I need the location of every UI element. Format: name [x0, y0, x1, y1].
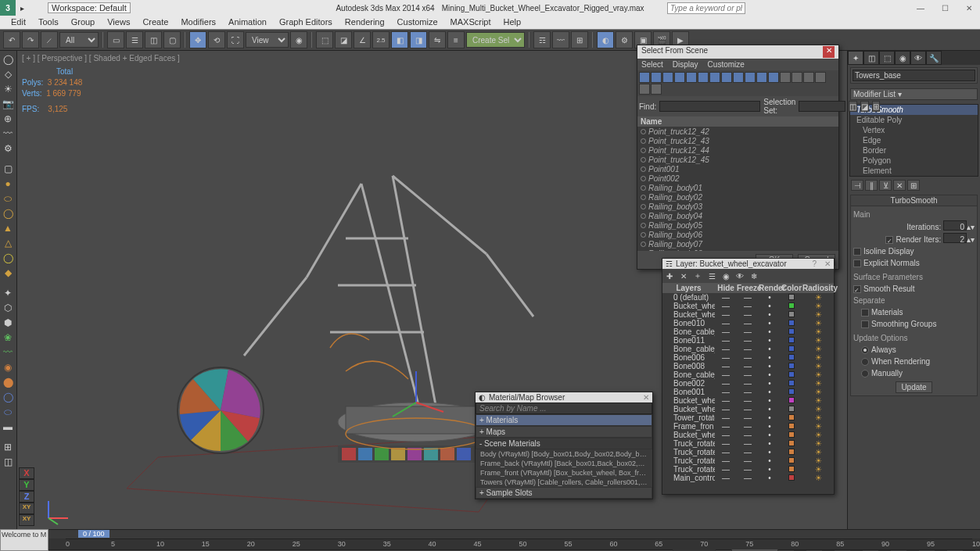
- update-button[interactable]: Update: [896, 381, 932, 393]
- layer-row[interactable]: Bone_cable_bacl——•☀: [662, 370, 834, 379]
- spinner-snap-icon[interactable]: ◧: [391, 31, 408, 48]
- update-always-radio[interactable]: [861, 346, 869, 354]
- tab-utilities-icon[interactable]: 🔧: [926, 51, 942, 65]
- axis-x-button[interactable]: X: [19, 467, 34, 479]
- mmb-sample-cat[interactable]: + Sample Slots: [476, 487, 652, 499]
- layer-row[interactable]: Bone008——•☀: [662, 362, 834, 370]
- geometry-icon[interactable]: ◯: [0, 52, 16, 66]
- axis-constraint-buttons[interactable]: X Y Z XY XY: [19, 467, 34, 526]
- layer-manager-icon[interactable]: ☶: [533, 31, 551, 48]
- layer-row[interactable]: Bucket_whe…at——•☀: [662, 431, 834, 439]
- layer-hl-icon[interactable]: ◉: [720, 270, 731, 281]
- tab-motion-icon[interactable]: ◉: [895, 51, 910, 65]
- helpers-icon[interactable]: ⊕: [0, 112, 16, 126]
- teapot-icon[interactable]: ▲: [0, 221, 16, 235]
- remove-mod-icon[interactable]: ✕: [893, 180, 906, 191]
- sfs-menu-customize[interactable]: Customize: [708, 60, 745, 69]
- iterations-spinner[interactable]: 0: [943, 220, 967, 231]
- help-search-input[interactable]: [667, 2, 745, 14]
- cylinder-icon[interactable]: ⬭: [0, 191, 16, 206]
- modifier-list-dropdown[interactable]: Modifier List ▾: [851, 89, 977, 99]
- select-icon[interactable]: ▭: [107, 31, 124, 48]
- layer-row[interactable]: Tower_rotate_c——•☀: [662, 413, 834, 422]
- modifier-stack[interactable]: TurboSmooth Editable Poly Vertex Edge Bo…: [849, 104, 978, 177]
- layer-row[interactable]: 0 (default)——•☀: [662, 293, 834, 302]
- pivot-icon[interactable]: ◉: [290, 31, 307, 48]
- tool-j-icon[interactable]: ▬: [0, 420, 16, 434]
- scale-icon[interactable]: ⛶: [227, 31, 244, 48]
- sfs-menu-select[interactable]: Select: [641, 60, 663, 69]
- sfs-row[interactable]: Railing_body06: [637, 230, 838, 239]
- select-name-icon[interactable]: ☰: [126, 31, 143, 48]
- workspace-selector[interactable]: Workspace: Default: [48, 2, 131, 13]
- layer-row[interactable]: Frame_fron…ov——•☀: [662, 422, 834, 431]
- cone-icon[interactable]: △: [0, 236, 16, 250]
- move-icon[interactable]: ✥: [189, 31, 206, 48]
- layer-del-icon[interactable]: ✕: [678, 270, 689, 281]
- spacewarp-icon[interactable]: 〰: [0, 127, 16, 141]
- menu-views[interactable]: Views: [101, 16, 136, 29]
- layer-row[interactable]: Main_control——•☀: [662, 474, 834, 482]
- tab-hierarchy-icon[interactable]: ⬚: [879, 51, 895, 65]
- time-marker[interactable]: 0 / 100: [78, 530, 109, 538]
- layer-row[interactable]: Bone010——•☀: [662, 319, 834, 327]
- align-icon[interactable]: ≡: [447, 31, 465, 48]
- mmb-item[interactable]: Towers (VRayMtl) [Cable_rollers, Cable_r…: [476, 478, 652, 487]
- layer-row[interactable]: Bone001——•☀: [662, 388, 834, 396]
- undo-icon[interactable]: ↶: [3, 31, 20, 48]
- mmb-close-icon[interactable]: ✕: [643, 393, 649, 402]
- tab-display-icon[interactable]: 👁: [910, 51, 926, 65]
- pyramid-icon[interactable]: ◆: [0, 266, 16, 280]
- tab-modify-icon[interactable]: ◫: [863, 51, 879, 65]
- select-region-icon[interactable]: ◫: [145, 31, 162, 48]
- named-sel-dropdown[interactable]: Create Selection S: [466, 32, 525, 48]
- tool-e-icon[interactable]: 〰: [0, 345, 16, 360]
- sfs-row[interactable]: Point001: [637, 164, 838, 174]
- box-icon[interactable]: ▢: [0, 162, 16, 176]
- sfs-menu-display[interactable]: Display: [673, 60, 698, 69]
- sfs-selset-input[interactable]: [799, 101, 845, 112]
- update-render-radio[interactable]: [861, 358, 869, 366]
- sfs-find-input[interactable]: [659, 101, 760, 112]
- close-icon[interactable]: ✕: [961, 2, 977, 14]
- material-editor-icon[interactable]: ◐: [597, 31, 614, 48]
- sep-sgroups-checkbox[interactable]: [861, 320, 869, 328]
- sfs-row[interactable]: Railing_body04: [637, 211, 838, 220]
- sfs-row[interactable]: Railing_body03: [637, 202, 838, 211]
- axis-xy-button[interactable]: XY: [19, 503, 34, 514]
- systems-icon[interactable]: ⚙: [0, 141, 16, 156]
- menu-tools[interactable]: Tools: [32, 16, 65, 29]
- show-end-icon[interactable]: ∥: [865, 180, 878, 191]
- layer-row[interactable]: Bone006——•☀: [662, 353, 834, 362]
- layer-row[interactable]: Bucket_whe…ator_0——•☀: [662, 310, 834, 319]
- render-iters-checkbox[interactable]: [885, 236, 893, 244]
- tool-g-icon[interactable]: ⬤: [0, 375, 16, 389]
- layer-add-icon[interactable]: ＋: [692, 270, 703, 281]
- shapes-icon[interactable]: ◇: [0, 67, 16, 81]
- maxscript-listener[interactable]: Welcome to M: [0, 529, 48, 551]
- layer-row[interactable]: Truck_rotate_co——•☀: [662, 439, 834, 448]
- time-slider[interactable]: 0 / 100: [0, 529, 980, 538]
- menu-modifiers[interactable]: Modifiers: [174, 16, 222, 29]
- mmb-materials-cat[interactable]: + Materials: [476, 414, 652, 426]
- layer-row[interactable]: Truck_rotate_co——•☀: [662, 465, 834, 474]
- sfs-opt1-icon[interactable]: ◫: [849, 101, 857, 112]
- tool-i-icon[interactable]: ⬭: [0, 405, 16, 419]
- edit-named-sel-icon[interactable]: ◨: [410, 31, 427, 48]
- layer-row[interactable]: Bone011——•☀: [662, 336, 834, 345]
- menu-help[interactable]: Help: [497, 16, 528, 29]
- layer-row[interactable]: Truck_rotate_c——•☀: [662, 448, 834, 456]
- layer-row[interactable]: Bone_cable_bacl——•☀: [662, 327, 834, 336]
- time-ruler[interactable]: 0510152025303540455055606570758085909510…: [66, 538, 972, 549]
- layer-row[interactable]: Truck_rotate_co——•☀: [662, 456, 834, 465]
- tool-f-icon[interactable]: ◉: [0, 360, 16, 374]
- layer-sel-icon[interactable]: ☰: [706, 270, 717, 281]
- mmb-maps-cat[interactable]: + Maps: [476, 426, 652, 438]
- sfs-row[interactable]: Point_truck12_44: [637, 145, 838, 155]
- tool-h-icon[interactable]: ◯: [0, 390, 16, 404]
- tool-l-icon[interactable]: ◫: [0, 455, 16, 469]
- maximize-icon[interactable]: ☐: [937, 2, 953, 14]
- mmb-scene-cat[interactable]: - Scene Materials: [476, 438, 652, 449]
- axis-y-button[interactable]: Y: [19, 479, 34, 491]
- curve-editor-icon[interactable]: 〰: [552, 31, 569, 48]
